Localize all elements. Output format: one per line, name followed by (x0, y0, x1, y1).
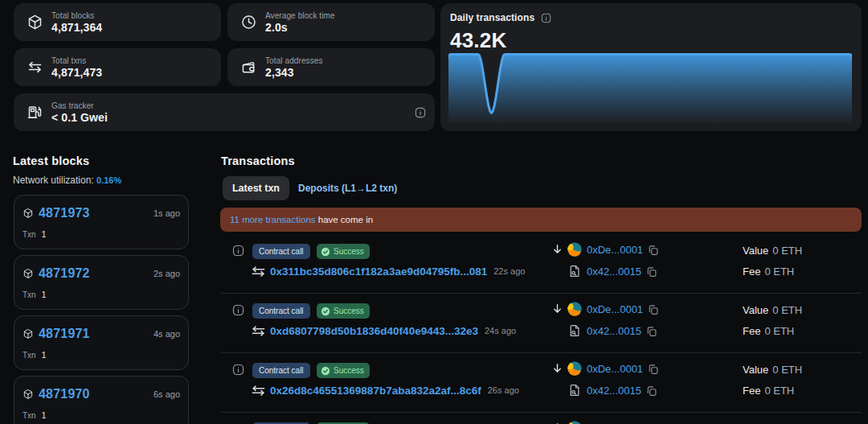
block-txn-label: Txn (23, 351, 36, 360)
copy-icon[interactable] (648, 364, 659, 375)
info-icon[interactable] (415, 107, 426, 118)
block-txn-value: 1 (42, 411, 47, 420)
stat-card-gas-tracker: Gas tracker < 0.1 Gwei (14, 93, 435, 131)
transaction-row: Contract call Success 0x26d8c46551369887… (221, 352, 862, 412)
tx-type-tag: Contract call (252, 363, 310, 378)
tx-value-label: Value (743, 304, 768, 316)
tx-info-icon[interactable] (232, 245, 244, 257)
network-utilization-label: Network utilization: (13, 175, 96, 186)
daily-transactions-chart-svg (448, 48, 852, 123)
tx-age: 26s ago (488, 385, 519, 395)
stat-value: 2.0s (265, 21, 335, 35)
tx-to-link[interactable]: 0x42...0015 (587, 325, 641, 337)
block-txn-label: Txn (23, 411, 36, 420)
block-age: 1s ago (154, 208, 180, 218)
network-utilization-value: 0.16% (96, 175, 121, 185)
latest-blocks-heading: Latest blocks (13, 154, 89, 167)
tx-type-tag: Contract call (252, 244, 310, 259)
tx-value-label: Value (743, 364, 768, 376)
tab-deposits[interactable]: Deposits (L1→L2 txn) (298, 176, 397, 200)
stat-card-average-block-time: Average block time 2.0s (227, 3, 435, 41)
direction-arrow-icon (552, 303, 563, 314)
check-icon (321, 247, 330, 257)
tx-fee-label: Fee (743, 325, 760, 337)
tx-to-link[interactable]: 0x42...0015 (587, 385, 641, 397)
tx-fee-label: Fee (743, 385, 760, 397)
new-transactions-alert[interactable]: 11 more transactions have come in (220, 208, 862, 232)
tx-hash-link[interactable]: 0x311bc35d806c1f182a3ae9d04795fb...081 (270, 266, 487, 278)
tab-latest-txn[interactable]: Latest txn (223, 176, 289, 200)
tx-fee-label: Fee (743, 266, 760, 278)
tx-hash-link[interactable]: 0x26d8c46551369887b7aba832a2af...8c6f (270, 385, 481, 397)
copy-icon[interactable] (646, 326, 657, 337)
tx-value: 0 ETH (772, 304, 802, 316)
tx-type-tag: Contract call (252, 303, 310, 319)
block-number-link[interactable]: 4871971 (39, 327, 90, 341)
tx-hash-link[interactable]: 0xd6807798d50b1836d40f40e9443...32e3 (270, 325, 478, 337)
copy-icon[interactable] (648, 245, 659, 256)
check-icon (321, 307, 330, 316)
from-avatar (567, 302, 582, 316)
block-txn-value: 1 (42, 351, 47, 360)
transaction-icon (251, 326, 266, 336)
gas-pump-icon (27, 104, 43, 121)
block-age: 4s ago (154, 329, 180, 339)
block-icon (23, 268, 34, 279)
tx-value: 0 ETH (772, 364, 802, 376)
block-number-link[interactable]: 4871972 (39, 266, 90, 281)
copy-icon[interactable] (646, 266, 657, 278)
block-txn-label: Txn (23, 230, 36, 239)
block-txn-label: Txn (23, 290, 36, 299)
tx-age: 24s ago (485, 326, 516, 335)
copy-icon[interactable] (648, 304, 659, 315)
block-age: 2s ago (154, 269, 180, 278)
tx-from-link[interactable]: 0xDe...0001 (587, 244, 643, 256)
transfer-icon (27, 59, 43, 76)
check-icon (321, 366, 330, 376)
stat-label: Total blocks (51, 10, 102, 21)
contract-icon (568, 384, 581, 397)
wallet-icon (240, 59, 257, 76)
stat-label: Average block time (265, 10, 335, 21)
tx-from-link[interactable]: 0xDe...0001 (587, 303, 643, 315)
from-avatar (567, 421, 582, 424)
tx-to-link[interactable]: 0x42...0015 (587, 266, 641, 278)
block-card[interactable]: 4871973 1s ago Txn1 (14, 195, 189, 249)
block-card[interactable]: 4871970 6s ago Txn1 (14, 376, 189, 424)
tx-from-link[interactable]: 0xDe...0001 (587, 363, 643, 375)
alert-text: have come in (316, 215, 374, 224)
daily-transactions-chart[interactable] (448, 48, 852, 123)
block-number-link[interactable]: 4871970 (39, 387, 90, 401)
tx-info-icon[interactable] (232, 364, 244, 376)
block-txn-value: 1 (42, 290, 47, 299)
info-icon[interactable] (541, 13, 551, 23)
copy-icon[interactable] (646, 385, 657, 397)
block-icon (23, 389, 34, 400)
tx-status-tag: Success (317, 363, 370, 378)
block-card[interactable]: 4871972 2s ago Txn1 (14, 255, 189, 310)
block-icon (27, 14, 43, 31)
from-avatar (567, 242, 582, 257)
block-number-link[interactable]: 4871973 (39, 206, 90, 220)
alert-link[interactable]: 11 more transactions (230, 215, 316, 224)
contract-icon (568, 324, 581, 337)
block-age: 6s ago (154, 389, 180, 399)
stat-label: Total addresses (265, 56, 323, 66)
transaction-row: Contract call Success 0x8a41f0d2c3b59e7a… (221, 412, 862, 424)
daily-transactions-panel: Daily transactions 43.2K (440, 3, 862, 131)
tx-info-icon[interactable] (232, 304, 244, 316)
stat-card-total-addresses: Total addresses 2,343 (227, 48, 435, 86)
block-icon (23, 208, 34, 219)
block-card[interactable]: 4871971 4s ago Txn1 (14, 315, 189, 370)
block-txn-value: 1 (42, 230, 47, 239)
stat-value: 4,871,364 (51, 21, 102, 35)
chart-area (448, 55, 852, 124)
tx-value-label: Value (743, 245, 768, 257)
tx-fee: 0 ETH (764, 266, 794, 278)
clock-icon (240, 14, 257, 31)
daily-transactions-title: Daily transactions (450, 11, 534, 24)
from-avatar (567, 361, 582, 376)
network-utilization: Network utilization: 0.16% (13, 175, 121, 186)
direction-arrow-icon (552, 363, 563, 373)
stat-label: Total txns (51, 56, 102, 66)
